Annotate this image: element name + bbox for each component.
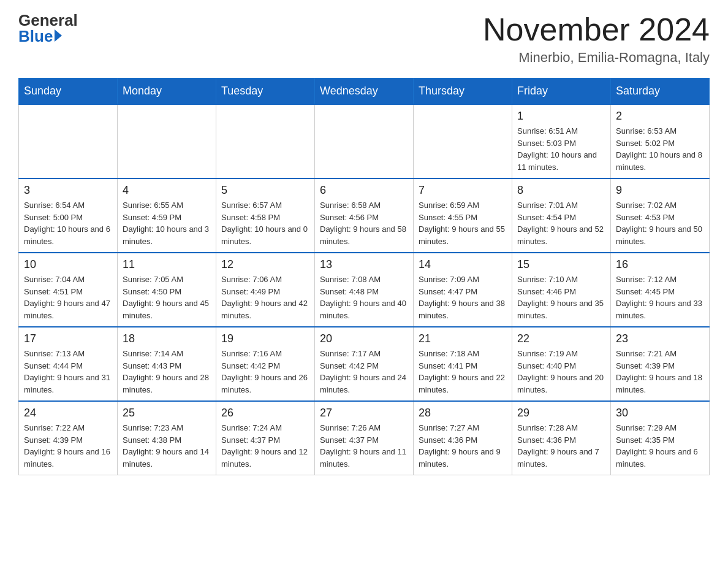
day-info: Sunrise: 7:08 AM Sunset: 4:48 PM Dayligh…: [320, 274, 408, 321]
calendar-cell: 2Sunrise: 6:53 AM Sunset: 5:02 PM Daylig…: [611, 104, 710, 178]
calendar-cell: 12Sunrise: 7:06 AM Sunset: 4:49 PM Dayli…: [216, 253, 315, 327]
day-info: Sunrise: 6:58 AM Sunset: 4:56 PM Dayligh…: [320, 199, 408, 247]
calendar-cell: 16Sunrise: 7:12 AM Sunset: 4:45 PM Dayli…: [611, 253, 710, 327]
calendar-cell: 22Sunrise: 7:19 AM Sunset: 4:40 PM Dayli…: [512, 327, 611, 401]
week-row-1: 1Sunrise: 6:51 AM Sunset: 5:03 PM Daylig…: [19, 104, 710, 178]
calendar-cell: 24Sunrise: 7:22 AM Sunset: 4:39 PM Dayli…: [19, 401, 118, 475]
day-number: 23: [616, 332, 704, 345]
calendar-cell: 20Sunrise: 7:17 AM Sunset: 4:42 PM Dayli…: [315, 327, 414, 401]
day-info: Sunrise: 7:13 AM Sunset: 4:44 PM Dayligh…: [24, 348, 112, 396]
day-info: Sunrise: 7:04 AM Sunset: 4:51 PM Dayligh…: [24, 274, 112, 321]
calendar-cell: [19, 104, 118, 178]
day-info: Sunrise: 6:53 AM Sunset: 5:02 PM Dayligh…: [616, 125, 704, 173]
week-row-2: 3Sunrise: 6:54 AM Sunset: 5:00 PM Daylig…: [19, 178, 710, 253]
logo-blue-text: Blue: [18, 28, 53, 44]
calendar-cell: 8Sunrise: 7:01 AM Sunset: 4:54 PM Daylig…: [512, 178, 611, 253]
calendar-cell: 19Sunrise: 7:16 AM Sunset: 4:42 PM Dayli…: [216, 327, 315, 401]
calendar-cell: 18Sunrise: 7:14 AM Sunset: 4:43 PM Dayli…: [118, 327, 216, 401]
week-row-3: 10Sunrise: 7:04 AM Sunset: 4:51 PM Dayli…: [19, 253, 710, 327]
day-info: Sunrise: 7:29 AM Sunset: 4:35 PM Dayligh…: [616, 422, 704, 470]
day-number: 6: [320, 184, 408, 197]
day-info: Sunrise: 7:21 AM Sunset: 4:39 PM Dayligh…: [616, 348, 704, 396]
calendar-cell: 17Sunrise: 7:13 AM Sunset: 4:44 PM Dayli…: [19, 327, 118, 401]
day-number: 10: [24, 258, 112, 271]
day-info: Sunrise: 7:16 AM Sunset: 4:42 PM Dayligh…: [221, 348, 309, 396]
calendar-cell: 5Sunrise: 6:57 AM Sunset: 4:58 PM Daylig…: [216, 178, 315, 253]
day-number: 5: [221, 184, 309, 197]
day-info: Sunrise: 7:17 AM Sunset: 4:42 PM Dayligh…: [320, 348, 408, 396]
calendar-cell: 28Sunrise: 7:27 AM Sunset: 4:36 PM Dayli…: [414, 401, 512, 475]
day-info: Sunrise: 7:18 AM Sunset: 4:41 PM Dayligh…: [419, 348, 507, 396]
day-info: Sunrise: 7:19 AM Sunset: 4:40 PM Dayligh…: [517, 348, 605, 396]
day-info: Sunrise: 7:10 AM Sunset: 4:46 PM Dayligh…: [517, 274, 605, 321]
calendar-cell: 15Sunrise: 7:10 AM Sunset: 4:46 PM Dayli…: [512, 253, 611, 327]
day-info: Sunrise: 7:12 AM Sunset: 4:45 PM Dayligh…: [616, 274, 704, 321]
day-info: Sunrise: 6:57 AM Sunset: 4:58 PM Dayligh…: [221, 199, 309, 247]
col-header-friday: Friday: [512, 79, 611, 105]
day-info: Sunrise: 6:55 AM Sunset: 4:59 PM Dayligh…: [123, 199, 211, 247]
month-title: November 2024: [483, 12, 710, 47]
day-number: 29: [517, 407, 605, 419]
logo-triangle-icon: [55, 29, 62, 42]
day-info: Sunrise: 7:02 AM Sunset: 4:53 PM Dayligh…: [616, 199, 704, 247]
day-number: 30: [616, 407, 704, 419]
calendar-cell: 6Sunrise: 6:58 AM Sunset: 4:56 PM Daylig…: [315, 178, 414, 253]
day-number: 25: [123, 407, 211, 419]
day-info: Sunrise: 7:23 AM Sunset: 4:38 PM Dayligh…: [123, 422, 211, 470]
title-area: November 2024 Minerbio, Emilia-Romagna, …: [483, 12, 710, 66]
calendar-cell: 21Sunrise: 7:18 AM Sunset: 4:41 PM Dayli…: [414, 327, 512, 401]
calendar-cell: 25Sunrise: 7:23 AM Sunset: 4:38 PM Dayli…: [118, 401, 216, 475]
day-number: 28: [419, 407, 507, 419]
calendar-cell: 9Sunrise: 7:02 AM Sunset: 4:53 PM Daylig…: [611, 178, 710, 253]
day-number: 18: [123, 332, 211, 345]
logo-general-text: General: [18, 12, 78, 28]
day-number: 21: [419, 332, 507, 345]
day-number: 27: [320, 407, 408, 419]
day-number: 17: [24, 332, 112, 345]
calendar-cell: 26Sunrise: 7:24 AM Sunset: 4:37 PM Dayli…: [216, 401, 315, 475]
day-info: Sunrise: 7:27 AM Sunset: 4:36 PM Dayligh…: [419, 422, 507, 470]
day-info: Sunrise: 7:26 AM Sunset: 4:37 PM Dayligh…: [320, 422, 408, 470]
day-info: Sunrise: 7:24 AM Sunset: 4:37 PM Dayligh…: [221, 422, 309, 470]
day-number: 2: [616, 110, 704, 123]
calendar-cell: 27Sunrise: 7:26 AM Sunset: 4:37 PM Dayli…: [315, 401, 414, 475]
day-number: 8: [517, 184, 605, 197]
day-number: 4: [123, 184, 211, 197]
calendar-cell: 1Sunrise: 6:51 AM Sunset: 5:03 PM Daylig…: [512, 104, 611, 178]
day-number: 13: [320, 258, 408, 271]
day-number: 20: [320, 332, 408, 345]
day-info: Sunrise: 7:01 AM Sunset: 4:54 PM Dayligh…: [517, 199, 605, 247]
page-header: General Blue November 2024 Minerbio, Emi…: [18, 12, 710, 66]
calendar-cell: 3Sunrise: 6:54 AM Sunset: 5:00 PM Daylig…: [19, 178, 118, 253]
calendar-cell: [216, 104, 315, 178]
day-number: 24: [24, 407, 112, 419]
day-number: 1: [517, 110, 605, 123]
calendar-cell: [118, 104, 216, 178]
day-info: Sunrise: 7:06 AM Sunset: 4:49 PM Dayligh…: [221, 274, 309, 321]
day-info: Sunrise: 7:05 AM Sunset: 4:50 PM Dayligh…: [123, 274, 211, 321]
day-info: Sunrise: 7:14 AM Sunset: 4:43 PM Dayligh…: [123, 348, 211, 396]
calendar-cell: 4Sunrise: 6:55 AM Sunset: 4:59 PM Daylig…: [118, 178, 216, 253]
day-number: 16: [616, 258, 704, 271]
calendar-cell: 10Sunrise: 7:04 AM Sunset: 4:51 PM Dayli…: [19, 253, 118, 327]
calendar-cell: 13Sunrise: 7:08 AM Sunset: 4:48 PM Dayli…: [315, 253, 414, 327]
calendar-header-row: SundayMondayTuesdayWednesdayThursdayFrid…: [19, 79, 710, 105]
day-number: 15: [517, 258, 605, 271]
calendar-table: SundayMondayTuesdayWednesdayThursdayFrid…: [18, 78, 710, 475]
day-number: 12: [221, 258, 309, 271]
day-number: 3: [24, 184, 112, 197]
logo: General Blue: [18, 12, 78, 44]
calendar-cell: [414, 104, 512, 178]
calendar-cell: 11Sunrise: 7:05 AM Sunset: 4:50 PM Dayli…: [118, 253, 216, 327]
day-number: 11: [123, 258, 211, 271]
day-number: 26: [221, 407, 309, 419]
day-number: 19: [221, 332, 309, 345]
calendar-cell: 30Sunrise: 7:29 AM Sunset: 4:35 PM Dayli…: [611, 401, 710, 475]
day-info: Sunrise: 7:09 AM Sunset: 4:47 PM Dayligh…: [419, 274, 507, 321]
day-number: 7: [419, 184, 507, 197]
day-number: 22: [517, 332, 605, 345]
week-row-5: 24Sunrise: 7:22 AM Sunset: 4:39 PM Dayli…: [19, 401, 710, 475]
col-header-monday: Monday: [118, 79, 216, 105]
day-info: Sunrise: 6:51 AM Sunset: 5:03 PM Dayligh…: [517, 125, 605, 173]
calendar-cell: 23Sunrise: 7:21 AM Sunset: 4:39 PM Dayli…: [611, 327, 710, 401]
